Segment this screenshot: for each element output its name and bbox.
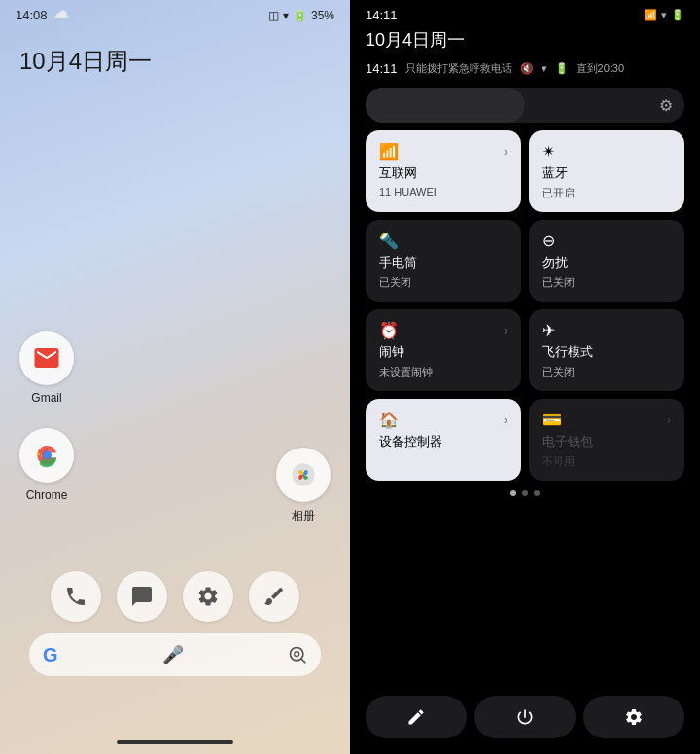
dnd-header: ⊖ xyxy=(542,232,671,250)
gmail-label: Gmail xyxy=(31,391,61,405)
left-status-time-area: 14:08 ☁️ xyxy=(16,8,69,22)
settings-dock-icon[interactable] xyxy=(183,571,233,622)
left-status-bar: 14:08 ☁️ ◫ ▾ 🔋 35% xyxy=(0,0,350,30)
lens-svg xyxy=(288,645,307,664)
chrome-app[interactable]: Chrome xyxy=(19,428,74,502)
left-date: 10月4日周一 xyxy=(0,30,350,77)
airplane-icon: ✈ xyxy=(542,321,555,340)
wifi-icon-right: ▾ xyxy=(661,9,667,21)
messages-dock-icon[interactable] xyxy=(117,571,167,622)
right-time-small: 14:11 xyxy=(366,61,398,76)
settings-action-btn[interactable] xyxy=(583,696,684,738)
brush-dock-icon[interactable] xyxy=(249,571,299,622)
search-bar[interactable]: G 🎤 xyxy=(29,633,321,676)
device-chevron: › xyxy=(504,413,508,427)
battery-icon-right: 🔋 xyxy=(671,9,684,21)
alarm-chevron: › xyxy=(504,324,508,338)
bluetooth-subtitle: 已开启 xyxy=(542,186,671,200)
wifi-status-icon: ▾ xyxy=(283,9,289,22)
dnd-title: 勿扰 xyxy=(542,254,671,271)
airplane-subtitle: 已关闭 xyxy=(542,365,671,379)
left-app-grid: Gmail Chrome xyxy=(19,331,74,502)
bottom-action-bar xyxy=(350,688,700,754)
wifi-tile[interactable]: 📶 › 互联网 11 HUAWEI xyxy=(366,130,521,212)
svg-line-4 xyxy=(301,659,306,664)
flashlight-tile[interactable]: 🔦 手电筒 已关闭 xyxy=(366,220,521,302)
left-status-icons: ◫ ▾ 🔋 35% xyxy=(268,9,334,22)
dot-3 xyxy=(534,490,540,496)
dnd-tile[interactable]: ⊖ 勿扰 已关闭 xyxy=(529,220,684,302)
tiles-grid: 📶 › 互联网 11 HUAWEI ✴ 蓝牙 已开启 🔦 手电筒 已关闭 ⊖ xyxy=(350,130,700,481)
device-icon: 🏠 xyxy=(379,411,399,429)
airplane-title: 飞行模式 xyxy=(542,343,671,361)
settings-action-icon xyxy=(624,707,644,727)
phone-svg xyxy=(64,585,88,608)
left-panel: 14:08 ☁️ ◫ ▾ 🔋 35% 10月4日周一 Gmail xyxy=(0,0,350,754)
alarm-tile[interactable]: ⏰ › 闹钟 未设置闹钟 xyxy=(366,309,521,391)
wifi-chevron: › xyxy=(504,145,508,159)
weather-icon: ☁️ xyxy=(53,8,69,22)
settings-svg xyxy=(196,585,220,608)
wifi-tile-icon: 📶 xyxy=(379,142,399,161)
gmail-icon-circle[interactable] xyxy=(19,331,74,385)
wallet-tile[interactable]: 💳 › 电子钱包 不可用 xyxy=(529,399,684,481)
wifi-tile-subtitle: 11 HUAWEI xyxy=(379,186,508,197)
brightness-row: ⚙ xyxy=(350,84,700,130)
chrome-label: Chrome xyxy=(26,488,68,502)
svg-point-1 xyxy=(43,451,51,459)
alarm-title: 闹钟 xyxy=(379,343,508,361)
sound-icon: 🔇 xyxy=(520,62,534,75)
device-tile[interactable]: 🏠 › 设备控制器 xyxy=(366,399,521,481)
left-time: 14:08 xyxy=(16,8,48,22)
google-g-logo: G xyxy=(43,644,58,666)
lens-icon[interactable] xyxy=(288,645,307,664)
wallet-subtitle: 不可用 xyxy=(542,454,671,469)
power-action-btn[interactable] xyxy=(474,696,576,738)
power-icon xyxy=(515,707,535,727)
photos-icon-circle[interactable] xyxy=(276,448,331,502)
wallet-icon: 💳 xyxy=(542,411,562,429)
bluetooth-icon: ✴ xyxy=(542,142,555,161)
left-dock: G 🎤 xyxy=(0,571,350,676)
right-time: 14:11 xyxy=(366,8,398,22)
airplane-tile[interactable]: ✈ 飞行模式 已关闭 xyxy=(529,309,684,391)
battery-sm: 🔋 xyxy=(555,62,569,75)
flashlight-icon: 🔦 xyxy=(379,232,399,250)
dock-row xyxy=(51,571,299,622)
device-header: 🏠 › xyxy=(379,411,508,429)
wifi-icon-sm: ▾ xyxy=(542,62,547,75)
flashlight-subtitle: 已关闭 xyxy=(379,275,508,290)
messages-svg xyxy=(130,585,154,608)
gmail-svg xyxy=(32,343,61,373)
flashlight-header: 🔦 xyxy=(379,232,508,250)
until-text: 直到20:30 xyxy=(577,61,625,76)
bluetooth-title: 蓝牙 xyxy=(542,164,671,182)
photos-label: 相册 xyxy=(292,508,315,524)
alarm-icon: ⏰ xyxy=(379,321,399,340)
photos-app[interactable]: 相册 xyxy=(276,448,331,524)
flashlight-title: 手电筒 xyxy=(379,254,508,271)
edit-icon xyxy=(406,707,426,727)
right-status-icons: 📶 ▾ 🔋 xyxy=(644,9,684,21)
wallet-title: 电子钱包 xyxy=(542,433,671,450)
airplane-header: ✈ xyxy=(542,321,671,340)
wifi-tile-header: 📶 › xyxy=(379,142,508,161)
dot-1 xyxy=(510,490,516,496)
right-info-bar: 14:11 只能拨打紧急呼救电话 🔇 ▾ 🔋 直到20:30 xyxy=(350,59,700,84)
pagination-dots xyxy=(350,481,700,502)
phone-dock-icon[interactable] xyxy=(51,571,101,622)
home-indicator-left xyxy=(117,740,233,744)
dot-2 xyxy=(522,490,528,496)
wifi-tile-title: 互联网 xyxy=(379,164,508,182)
microphone-icon[interactable]: 🎤 xyxy=(162,644,184,665)
dnd-icon: ⊖ xyxy=(542,232,555,250)
device-title: 设备控制器 xyxy=(379,433,508,450)
gmail-app[interactable]: Gmail xyxy=(19,331,74,405)
edit-action-btn[interactable] xyxy=(366,696,467,738)
brightness-track[interactable]: ⚙ xyxy=(366,88,684,123)
bluetooth-tile[interactable]: ✴ 蓝牙 已开启 xyxy=(529,130,684,212)
chrome-icon-circle[interactable] xyxy=(19,428,74,483)
svg-point-3 xyxy=(295,652,299,657)
brightness-fill xyxy=(366,88,525,123)
sim-icon: ◫ xyxy=(268,9,279,22)
